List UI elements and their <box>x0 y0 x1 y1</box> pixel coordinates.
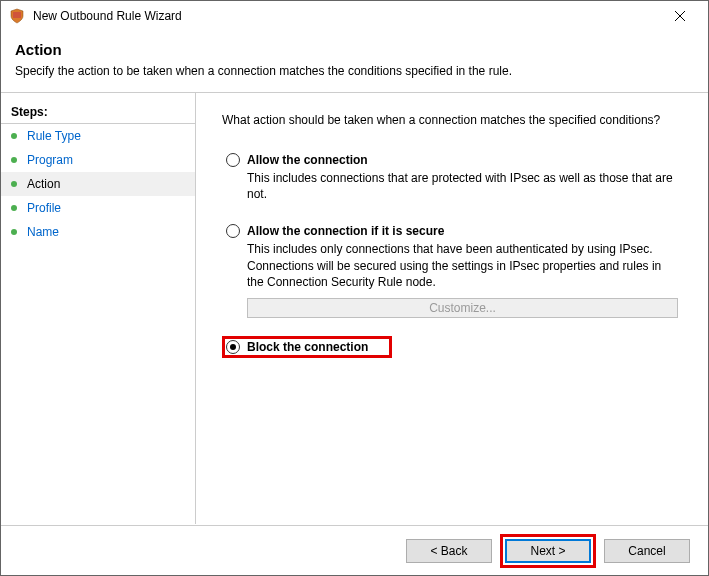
wizard-footer: < Back Next > Cancel <box>1 525 708 575</box>
window-title: New Outbound Rule Wizard <box>33 9 660 23</box>
step-bullet-icon <box>11 205 17 211</box>
sidebar-item-label: Program <box>27 153 73 167</box>
highlight-next-button: Next > <box>500 534 596 568</box>
option-allow-title: Allow the connection <box>247 153 368 167</box>
step-bullet-icon <box>11 133 17 139</box>
page-title: Action <box>15 41 694 58</box>
step-bullet-icon <box>11 157 17 163</box>
option-allow-desc: This includes connections that are prote… <box>247 170 678 202</box>
sidebar-item-profile[interactable]: Profile <box>1 196 195 220</box>
sidebar-item-label: Name <box>27 225 59 239</box>
option-allow-secure[interactable]: Allow the connection if it is secure Thi… <box>222 220 682 322</box>
sidebar-item-rule-type[interactable]: Rule Type <box>1 124 195 148</box>
back-button[interactable]: < Back <box>406 539 492 563</box>
option-allow[interactable]: Allow the connection This includes conne… <box>222 149 682 206</box>
close-button[interactable] <box>660 2 700 30</box>
sidebar-item-program[interactable]: Program <box>1 148 195 172</box>
option-block-title: Block the connection <box>247 340 368 354</box>
wizard-main: What action should be taken when a conne… <box>196 93 708 524</box>
page-subtitle: Specify the action to be taken when a co… <box>15 64 694 78</box>
wizard-body: Steps: Rule Type Program Action Profile … <box>1 93 708 524</box>
sidebar-item-action[interactable]: Action <box>1 172 195 196</box>
step-bullet-icon <box>11 229 17 235</box>
option-block[interactable]: Block the connection <box>222 336 392 358</box>
cancel-button[interactable]: Cancel <box>604 539 690 563</box>
sidebar-item-label: Rule Type <box>27 129 81 143</box>
radio-block[interactable] <box>226 340 240 354</box>
customize-button: Customize... <box>247 298 678 318</box>
option-allow-secure-desc: This includes only connections that have… <box>247 241 678 290</box>
next-button[interactable]: Next > <box>505 539 591 563</box>
firewall-icon <box>9 8 25 24</box>
svg-rect-0 <box>13 12 21 18</box>
radio-allow-secure[interactable] <box>226 224 240 238</box>
wizard-header: Action Specify the action to be taken wh… <box>1 31 708 92</box>
radio-allow[interactable] <box>226 153 240 167</box>
action-prompt: What action should be taken when a conne… <box>222 113 682 127</box>
steps-sidebar: Steps: Rule Type Program Action Profile … <box>1 93 196 524</box>
sidebar-item-label: Action <box>27 177 60 191</box>
titlebar: New Outbound Rule Wizard <box>1 1 708 31</box>
sidebar-item-name[interactable]: Name <box>1 220 195 244</box>
step-bullet-icon <box>11 181 17 187</box>
sidebar-item-label: Profile <box>27 201 61 215</box>
option-allow-secure-title: Allow the connection if it is secure <box>247 224 444 238</box>
steps-heading: Steps: <box>1 101 195 124</box>
